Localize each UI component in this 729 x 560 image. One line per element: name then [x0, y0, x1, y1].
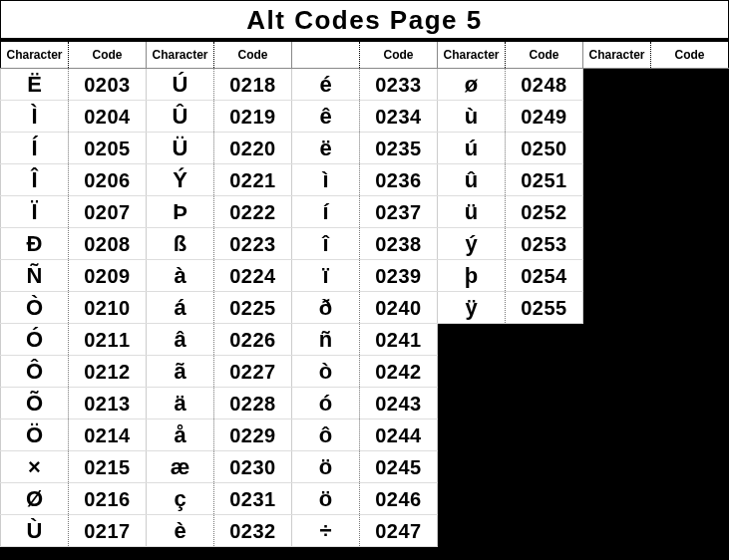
table-row: Ë0203Ú0218é0233ø0248 — [1, 69, 729, 101]
empty-cell — [583, 483, 651, 515]
col-4-code-header: Code — [651, 41, 729, 69]
char-cell: é — [292, 69, 360, 101]
col-3-char-header: Character — [438, 41, 506, 69]
char-cell: Ø — [1, 483, 69, 515]
code-cell: 0235 — [360, 133, 438, 164]
empty-cell — [438, 483, 506, 515]
header-row: Character Code Character Code Code Chara… — [1, 41, 729, 69]
code-cell: 0239 — [360, 260, 438, 292]
code-cell: 0248 — [506, 69, 583, 101]
empty-cell — [651, 260, 729, 292]
table-row: Ù0217è0232÷0247 — [1, 515, 729, 547]
code-cell: 0255 — [506, 292, 583, 324]
char-cell: Þ — [147, 196, 214, 228]
char-cell: ë — [292, 133, 360, 164]
code-cell: 0218 — [214, 69, 292, 101]
empty-cell — [438, 324, 506, 356]
empty-cell — [506, 515, 583, 547]
char-cell: Õ — [1, 388, 69, 420]
col-4-char-header: Character — [583, 41, 651, 69]
table-row: Ó0211â0226ñ0241 — [1, 324, 729, 356]
char-cell: î — [292, 228, 360, 260]
code-cell: 0241 — [360, 324, 438, 356]
empty-cell — [438, 420, 506, 451]
empty-cell — [651, 420, 729, 451]
col-0-code-header: Code — [69, 41, 147, 69]
empty-cell — [583, 324, 651, 356]
char-cell: ð — [292, 292, 360, 324]
empty-cell — [583, 101, 651, 133]
char-cell: à — [147, 260, 214, 292]
code-cell: 0207 — [69, 196, 147, 228]
table-row: Ô0212ã0227ò0242 — [1, 356, 729, 388]
char-cell: ô — [292, 420, 360, 451]
table-row: Ø0216ç0231ö0246 — [1, 483, 729, 515]
char-cell: ø — [438, 69, 506, 101]
table-body: Ë0203Ú0218é0233ø0248Ì0204Û0219ê0234ù0249… — [1, 69, 729, 547]
code-cell: 0246 — [360, 483, 438, 515]
char-cell: Ð — [1, 228, 69, 260]
code-cell: 0238 — [360, 228, 438, 260]
char-cell: ï — [292, 260, 360, 292]
char-cell: Û — [147, 101, 214, 133]
char-cell: ç — [147, 483, 214, 515]
empty-cell — [438, 388, 506, 420]
code-cell: 0214 — [69, 420, 147, 451]
table-row: Ð0208ß0223î0238ý0253 — [1, 228, 729, 260]
table-row: Õ0213ä0228ó0243 — [1, 388, 729, 420]
code-cell: 0211 — [69, 324, 147, 356]
code-cell: 0253 — [506, 228, 583, 260]
code-cell: 0227 — [214, 356, 292, 388]
char-cell: ò — [292, 356, 360, 388]
empty-cell — [506, 451, 583, 483]
char-cell: Ò — [1, 292, 69, 324]
char-cell: Ï — [1, 196, 69, 228]
char-cell: û — [438, 164, 506, 196]
empty-cell — [651, 228, 729, 260]
char-cell: å — [147, 420, 214, 451]
code-cell: 0208 — [69, 228, 147, 260]
char-cell: â — [147, 324, 214, 356]
page-title: Alt Codes Page 5 — [1, 5, 728, 36]
code-cell: 0237 — [360, 196, 438, 228]
char-cell: Ñ — [1, 260, 69, 292]
code-cell: 0228 — [214, 388, 292, 420]
char-cell: Ô — [1, 356, 69, 388]
col-2-code-header: Code — [360, 41, 438, 69]
empty-cell — [651, 515, 729, 547]
char-cell: ö — [292, 483, 360, 515]
empty-cell — [583, 451, 651, 483]
table-row: Ñ0209à0224ï0239þ0254 — [1, 260, 729, 292]
code-cell: 0222 — [214, 196, 292, 228]
code-cell: 0231 — [214, 483, 292, 515]
code-cell: 0236 — [360, 164, 438, 196]
char-cell: þ — [438, 260, 506, 292]
table-row: ×0215æ0230ö0245 — [1, 451, 729, 483]
code-cell: 0204 — [69, 101, 147, 133]
code-cell: 0206 — [69, 164, 147, 196]
empty-cell — [651, 292, 729, 324]
empty-cell — [438, 515, 506, 547]
table-row: Ï0207Þ0222í0237ü0252 — [1, 196, 729, 228]
empty-cell — [651, 451, 729, 483]
code-cell: 0230 — [214, 451, 292, 483]
code-cell: 0252 — [506, 196, 583, 228]
char-cell: ñ — [292, 324, 360, 356]
char-cell: ÿ — [438, 292, 506, 324]
col-3-code-header: Code — [506, 41, 583, 69]
code-cell: 0225 — [214, 292, 292, 324]
col-0-char-header: Character — [1, 41, 69, 69]
empty-cell — [651, 133, 729, 164]
table-row: Ì0204Û0219ê0234ù0249 — [1, 101, 729, 133]
char-cell: Í — [1, 133, 69, 164]
char-cell: ö — [292, 451, 360, 483]
empty-cell — [506, 420, 583, 451]
code-cell: 0254 — [506, 260, 583, 292]
char-cell: ä — [147, 388, 214, 420]
code-cell: 0232 — [214, 515, 292, 547]
empty-cell — [651, 483, 729, 515]
table-row: Ò0210á0225ð0240ÿ0255 — [1, 292, 729, 324]
char-cell: ã — [147, 356, 214, 388]
code-cell: 0244 — [360, 420, 438, 451]
code-cell: 0245 — [360, 451, 438, 483]
